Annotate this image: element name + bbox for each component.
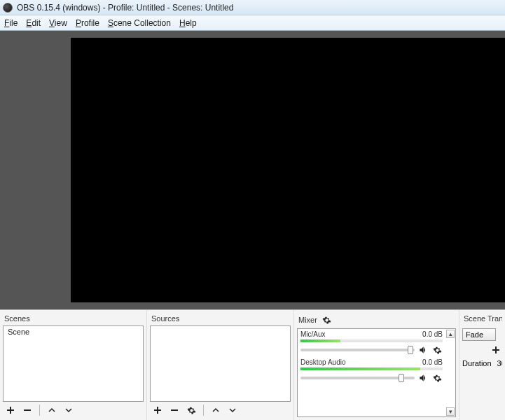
duration-value[interactable]: 300	[497, 359, 502, 368]
volume-slider[interactable]	[300, 377, 415, 379]
transition-select[interactable]: Fade	[462, 328, 496, 341]
speaker-icon	[418, 345, 428, 355]
gear-icon	[322, 316, 331, 325]
sources-panel: Sources	[147, 310, 294, 420]
scenes-list[interactable]: Scene	[3, 326, 144, 402]
menu-profile[interactable]: Profile	[76, 18, 99, 28]
scenes-title: Scenes	[3, 313, 144, 326]
mute-button[interactable]	[417, 372, 429, 384]
menu-scene-collection[interactable]: SScene Collectioncene Collection	[108, 18, 171, 28]
sources-title: Sources	[150, 313, 291, 326]
chevron-up-icon	[48, 406, 56, 414]
channel-meter	[300, 340, 443, 342]
gear-icon	[433, 374, 442, 383]
channel-meter	[300, 368, 443, 370]
chevron-down-icon	[64, 406, 73, 414]
chevron-down-icon	[228, 406, 237, 414]
slider-thumb[interactable]	[408, 346, 413, 354]
plus-icon	[6, 406, 15, 414]
divider	[203, 405, 204, 416]
plus-icon	[492, 346, 500, 354]
channel-meter-fill	[300, 340, 340, 342]
menu-help[interactable]: Help	[179, 18, 197, 28]
add-source-button[interactable]	[151, 404, 164, 416]
svg-rect-0	[24, 410, 31, 411]
sources-toolbar	[150, 402, 291, 417]
mixer-settings-button[interactable]	[321, 314, 333, 326]
menubar: File Edit View Profile SScene Collection…	[0, 15, 505, 31]
channel-meter-fill	[300, 368, 420, 370]
gear-icon	[433, 346, 442, 355]
scenes-toolbar	[3, 402, 144, 417]
sources-list[interactable]	[150, 326, 291, 402]
menu-edit[interactable]: Edit	[26, 18, 41, 28]
mixer-title: Mixer	[298, 316, 317, 324]
window-title: OBS 0.15.4 (windows) - Profile: Untitled…	[17, 3, 233, 13]
volume-slider[interactable]	[300, 349, 415, 351]
scenes-panel: Scenes Scene	[0, 310, 147, 420]
move-source-down-button[interactable]	[226, 404, 239, 416]
channel-name: Mic/Aux	[300, 330, 326, 338]
move-scene-down-button[interactable]	[62, 404, 75, 416]
add-transition-button[interactable]	[490, 344, 502, 356]
bottom-panels: Scenes Scene Sources	[0, 309, 505, 420]
mixer-box: ▴ ▾ Mic/Aux 0.0 dB	[297, 328, 456, 417]
add-scene-button[interactable]	[4, 404, 17, 416]
gear-icon	[187, 406, 196, 415]
plus-icon	[153, 406, 162, 414]
channel-settings-button[interactable]	[431, 344, 443, 356]
transitions-title: Scene Transitions	[462, 313, 502, 326]
mixer-channel: Mic/Aux 0.0 dB	[300, 330, 452, 356]
titlebar: OBS 0.15.4 (windows) - Profile: Untitled…	[0, 0, 505, 15]
remove-scene-button[interactable]	[21, 404, 34, 416]
minus-icon	[170, 406, 179, 414]
channel-db: 0.0 dB	[422, 330, 443, 338]
transition-selected: Fade	[466, 330, 483, 339]
preview-area	[0, 31, 505, 309]
menu-file[interactable]: File	[4, 18, 18, 28]
speaker-icon	[418, 373, 428, 383]
channel-settings-button[interactable]	[431, 372, 443, 384]
mute-button[interactable]	[417, 344, 429, 356]
mixer-channel: Desktop Audio 0.0 dB	[300, 358, 452, 384]
transitions-panel: Scene Transitions Fade Duration 300	[459, 310, 505, 420]
svg-rect-1	[171, 410, 178, 411]
duration-label: Duration	[462, 359, 492, 368]
move-source-up-button[interactable]	[209, 404, 222, 416]
move-scene-up-button[interactable]	[46, 404, 58, 416]
mixer-scroll-up[interactable]: ▴	[446, 330, 455, 338]
mixer-scroll-down[interactable]: ▾	[446, 407, 455, 416]
app-icon	[3, 3, 13, 13]
chevron-up-icon	[212, 406, 220, 414]
channel-db: 0.0 dB	[422, 358, 443, 366]
mixer-title-row: Mixer	[297, 313, 456, 328]
mixer-panel: Mixer ▴ ▾ Mic/Aux 0.0 dB	[294, 310, 459, 420]
preview-canvas[interactable]	[71, 38, 505, 302]
minus-icon	[23, 406, 32, 414]
menu-view[interactable]: View	[49, 18, 67, 28]
scene-item[interactable]: Scene	[4, 326, 143, 337]
channel-name: Desktop Audio	[300, 358, 346, 366]
divider	[39, 405, 40, 416]
slider-thumb[interactable]	[399, 374, 404, 382]
source-properties-button[interactable]	[185, 404, 198, 416]
remove-source-button[interactable]	[168, 404, 181, 416]
